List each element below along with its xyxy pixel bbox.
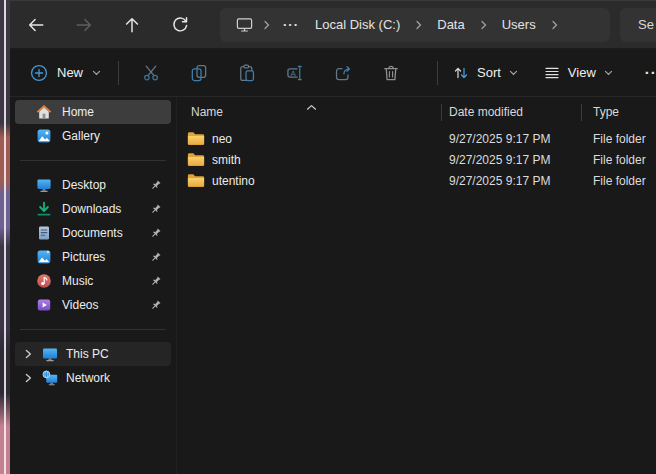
file-list-pane: Name Date modified Type neo	[176, 97, 656, 474]
file-date-modified: 9/27/2025 9:17 PM	[442, 153, 582, 167]
breadcrumb-chevron-icon	[262, 20, 271, 30]
sidebar-divider	[20, 160, 166, 161]
file-date-modified: 9/27/2025 9:17 PM	[442, 132, 582, 146]
sidebar-item-label: Videos	[62, 298, 98, 312]
up-arrow-icon	[123, 16, 141, 34]
column-header-date-modified[interactable]: Date modified	[442, 105, 581, 119]
new-button-label: New	[57, 65, 83, 80]
toolbar-divider	[118, 61, 119, 85]
pin-icon	[149, 179, 171, 192]
column-header-type[interactable]: Type	[582, 105, 619, 119]
copy-button[interactable]	[182, 56, 216, 90]
pin-icon	[149, 227, 171, 240]
sidebar-item-label: Gallery	[62, 129, 100, 143]
file-row-utentino[interactable]: utentino 9/27/2025 9:17 PM File folder	[177, 170, 656, 191]
view-list-icon	[544, 65, 560, 81]
breadcrumb-chevron-icon[interactable]	[414, 20, 423, 30]
file-type: File folder	[582, 174, 646, 188]
pictures-icon	[36, 249, 52, 265]
sort-arrows-icon	[453, 65, 469, 81]
search-text: Se	[638, 17, 654, 32]
sidebar-item-videos[interactable]: Videos	[15, 293, 171, 317]
back-button[interactable]	[19, 8, 53, 42]
paste-button[interactable]	[230, 56, 264, 90]
sidebar-item-music[interactable]: Music	[15, 269, 171, 293]
pin-icon	[149, 299, 171, 312]
desktop-icon	[36, 177, 52, 193]
breadcrumb-chevron-icon[interactable]	[479, 20, 488, 30]
breadcrumb-item-data[interactable]: Data	[428, 12, 473, 38]
forward-button[interactable]	[67, 8, 101, 42]
sidebar-item-downloads[interactable]: Downloads	[15, 197, 171, 221]
forward-arrow-icon	[75, 16, 93, 34]
breadcrumb-overflow-button[interactable]: ···	[276, 12, 306, 38]
file-row-neo[interactable]: neo 9/27/2025 9:17 PM File folder	[177, 128, 656, 149]
file-name: smith	[212, 153, 241, 167]
view-button[interactable]: View	[544, 56, 613, 90]
sidebar-item-network[interactable]: Network	[15, 366, 171, 390]
paste-icon	[238, 64, 256, 82]
sidebar-item-documents[interactable]: Documents	[15, 221, 171, 245]
breadcrumb-chevron-icon[interactable]	[550, 20, 559, 30]
sidebar-item-home[interactable]: Home	[15, 100, 171, 124]
file-rows: neo 9/27/2025 9:17 PM File folder smith	[177, 128, 656, 191]
sidebar-item-label: Downloads	[62, 202, 121, 216]
file-explorer-window: ··· Local Disk (C:) Data Users Se	[10, 0, 656, 474]
expand-chevron-icon[interactable]	[22, 372, 34, 384]
network-icon	[42, 370, 58, 386]
breadcrumb-item-users[interactable]: Users	[493, 12, 545, 38]
sidebar-item-label: Music	[62, 274, 93, 288]
up-button[interactable]	[115, 8, 149, 42]
refresh-button[interactable]	[163, 8, 197, 42]
ellipsis-icon: ···	[645, 64, 656, 81]
view-button-label: View	[568, 65, 596, 80]
sort-button[interactable]: Sort	[453, 56, 518, 90]
sidebar-item-this-pc[interactable]: This PC	[15, 342, 171, 366]
new-button[interactable]: New	[28, 56, 103, 90]
window-body: Home Gallery	[10, 97, 656, 474]
sidebar-item-label: Pictures	[62, 250, 105, 264]
svg-text:A: A	[290, 68, 296, 77]
delete-button[interactable]	[374, 56, 408, 90]
address-bar[interactable]: ··· Local Disk (C:) Data Users	[220, 8, 610, 42]
sidebar-item-label: Network	[66, 371, 110, 385]
column-header-row: Name Date modified Type	[177, 100, 656, 124]
file-row-smith[interactable]: smith 9/27/2025 9:17 PM File folder	[177, 149, 656, 170]
chevron-down-icon	[509, 70, 518, 76]
screen: ··· Local Disk (C:) Data Users Se	[0, 0, 656, 474]
back-arrow-icon	[27, 16, 45, 34]
sidebar-item-desktop[interactable]: Desktop	[15, 173, 171, 197]
copy-icon	[190, 64, 208, 82]
search-input[interactable]: Se	[620, 8, 656, 42]
share-button[interactable]	[326, 56, 360, 90]
chevron-down-icon	[604, 70, 613, 76]
sort-ascending-icon[interactable]	[306, 97, 317, 115]
more-options-button[interactable]: ···	[639, 56, 656, 90]
file-type: File folder	[582, 153, 646, 167]
sidebar-item-label: Desktop	[62, 178, 106, 192]
chevron-down-icon	[92, 70, 101, 76]
gallery-icon	[36, 128, 52, 144]
navigation-pane: Home Gallery	[10, 97, 176, 474]
sidebar-item-label: Home	[62, 105, 94, 119]
command-toolbar: New	[10, 49, 656, 97]
sidebar-divider	[20, 329, 166, 330]
cut-button[interactable]	[134, 56, 168, 90]
sort-button-label: Sort	[477, 65, 501, 80]
breadcrumb-item-local-disk[interactable]: Local Disk (C:)	[306, 12, 409, 38]
sidebar-item-pictures[interactable]: Pictures	[15, 245, 171, 269]
documents-icon	[36, 225, 52, 241]
pin-icon	[149, 251, 171, 264]
downloads-icon	[36, 201, 52, 217]
expand-chevron-icon[interactable]	[22, 348, 34, 360]
rename-button[interactable]: A	[278, 56, 312, 90]
sidebar-item-gallery[interactable]: Gallery	[15, 124, 171, 148]
this-pc-monitor-icon	[236, 17, 253, 33]
pin-icon	[149, 275, 171, 288]
toolbar-divider	[437, 61, 438, 85]
folder-icon	[187, 131, 205, 146]
pin-icon	[149, 203, 171, 216]
rename-icon: A	[286, 64, 304, 82]
sidebar-item-label: This PC	[66, 347, 109, 361]
background-window-edge	[0, 0, 10, 474]
